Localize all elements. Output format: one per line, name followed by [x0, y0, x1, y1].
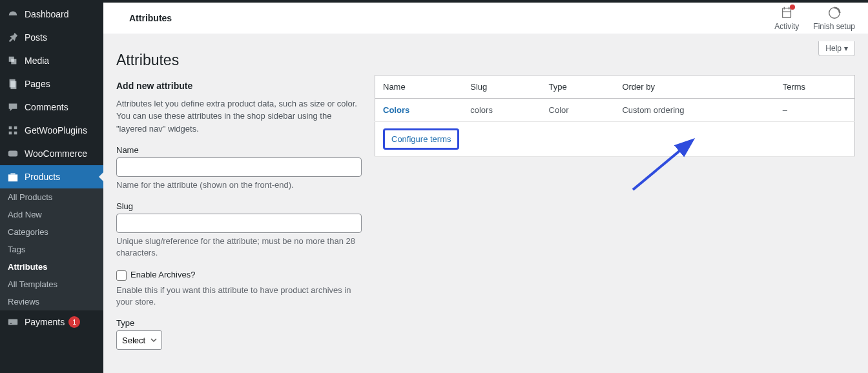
add-attribute-heading: Add new attribute [116, 81, 362, 91]
sidebar-item-posts[interactable]: Posts [0, 26, 103, 49]
comments-icon [6, 101, 19, 114]
payments-icon [6, 316, 19, 328]
svg-rect-11 [10, 323, 12, 324]
sidebar-item-label: GetWooPlugins [25, 125, 87, 136]
svg-rect-12 [783, 8, 791, 17]
col-slug[interactable]: Slug [462, 75, 541, 98]
sidebar-item-label: WooCommerce [25, 148, 87, 159]
svg-rect-3 [10, 81, 16, 90]
type-select[interactable]: Select [116, 330, 162, 350]
col-terms[interactable]: Terms [775, 75, 855, 98]
submenu-categories[interactable]: Categories [0, 223, 103, 241]
sidebar-item-label: Products [25, 172, 60, 182]
products-icon [6, 170, 19, 183]
col-type[interactable]: Type [541, 75, 615, 98]
admin-sidebar: Dashboard Posts Media Pages Comments Get… [0, 3, 103, 373]
attributes-table: Name Slug Type Order by Terms Colors col… [375, 75, 855, 157]
sidebar-item-label: Media [25, 55, 49, 66]
sidebar-item-dashboard[interactable]: Dashboard [0, 3, 103, 26]
pages-icon [6, 77, 19, 90]
name-input[interactable] [116, 157, 362, 177]
attribute-slug: colors [462, 98, 541, 121]
sidebar-item-label: Payments [25, 317, 65, 327]
pin-icon [6, 31, 19, 44]
sidebar-item-pages[interactable]: Pages [0, 72, 103, 96]
attribute-name-link[interactable]: Colors [383, 105, 409, 115]
slug-label: Slug [116, 201, 362, 211]
submenu-reviews[interactable]: Reviews [0, 293, 103, 310]
attribute-order-by: Custom ordering [614, 98, 774, 121]
page-title: Attributes [116, 52, 362, 69]
sidebar-item-label: Dashboard [25, 9, 69, 19]
sidebar-item-payments[interactable]: Payments 1 [0, 310, 103, 334]
svg-rect-10 [8, 319, 17, 325]
sidebar-item-products[interactable]: Products [0, 165, 103, 188]
finish-setup-icon [827, 5, 842, 21]
table-row-actions: Configure terms [375, 121, 855, 156]
enable-archives-help: Enable this if you want this attribute t… [116, 285, 362, 308]
media-icon [6, 54, 19, 67]
col-name[interactable]: Name [375, 75, 463, 98]
name-label: Name [116, 145, 362, 155]
type-label: Type [116, 318, 362, 328]
configure-terms-highlight: Configure terms [383, 128, 459, 150]
sidebar-item-comments[interactable]: Comments [0, 96, 103, 119]
svg-rect-8 [8, 151, 17, 157]
woo-icon [6, 147, 19, 160]
attribute-terms: – [775, 98, 855, 121]
svg-rect-1 [11, 59, 16, 64]
submenu-all-products[interactable]: All Products [0, 188, 103, 206]
enable-archives-checkbox[interactable] [116, 270, 127, 281]
notification-dot [790, 5, 795, 10]
slug-input[interactable] [116, 214, 362, 233]
col-order-by[interactable]: Order by [614, 75, 774, 98]
finish-setup-label: Finish setup [813, 22, 855, 31]
svg-rect-9 [8, 174, 17, 181]
activity-label: Activity [774, 22, 799, 31]
configure-terms-link[interactable]: Configure terms [391, 134, 451, 144]
submenu-add-new[interactable]: Add New [0, 206, 103, 223]
help-label: Help [825, 44, 842, 53]
attribute-description: Attributes let you define extra product … [116, 97, 362, 136]
chevron-down-icon: ▾ [844, 44, 848, 53]
sidebar-item-label: Comments [25, 102, 68, 112]
products-submenu: All Products Add New Categories Tags Att… [0, 188, 103, 310]
submenu-all-templates[interactable]: All Templates [0, 276, 103, 293]
submenu-attributes[interactable]: Attributes [0, 258, 103, 276]
svg-rect-5 [14, 126, 17, 130]
table-row: Colors colors Color Custom ordering – [375, 98, 855, 121]
sidebar-item-woocommerce[interactable]: WooCommerce [0, 142, 103, 165]
attribute-type: Color [541, 98, 615, 121]
finish-setup-button[interactable]: Finish setup [813, 5, 855, 31]
help-tab[interactable]: Help ▾ [818, 41, 855, 56]
sidebar-item-getwooplugins[interactable]: GetWooPlugins [0, 119, 103, 142]
plugins-icon [6, 124, 19, 137]
svg-rect-6 [9, 132, 12, 135]
page-header-title: Attributes [116, 13, 172, 23]
sidebar-item-label: Pages [25, 79, 50, 89]
payments-badge: 1 [68, 316, 80, 328]
activity-icon [779, 5, 794, 21]
enable-archives-label: Enable Archives? [130, 270, 195, 279]
svg-rect-7 [14, 132, 17, 135]
sidebar-item-media[interactable]: Media [0, 49, 103, 72]
page-header: Attributes Activity Finish setup [103, 3, 868, 34]
submenu-tags[interactable]: Tags [0, 241, 103, 258]
sidebar-item-label: Posts [25, 32, 47, 43]
activity-button[interactable]: Activity [774, 5, 799, 31]
svg-rect-4 [9, 126, 12, 130]
dashboard-icon [6, 8, 19, 21]
name-help: Name for the attribute (shown on the fro… [116, 179, 362, 191]
slug-help: Unique slug/reference for the attribute;… [116, 236, 362, 259]
